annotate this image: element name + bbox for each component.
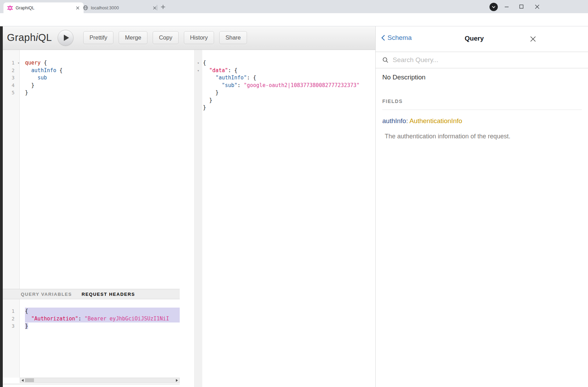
code-line: 5}	[3, 89, 180, 97]
code-line: ▾{	[194, 59, 375, 67]
fold-gutter	[16, 89, 21, 97]
request-headers-editor[interactable]: 1{2 "Authorization": "Bearer eyJhbGciOiJ…	[3, 299, 180, 378]
fold-gutter	[16, 74, 21, 82]
search-icon	[382, 57, 389, 63]
doc-section-divider	[382, 110, 582, 110]
graphql-logo-icon	[7, 5, 13, 11]
toolbar-button-copy[interactable]: Copy	[153, 31, 179, 44]
variables-headers-tab-bar: QUERY VARIABLESREQUEST HEADERS	[3, 289, 180, 299]
doc-search-row	[376, 52, 588, 68]
toolbar-button-merge[interactable]: Merge	[119, 31, 147, 44]
code-line: "authInfo": {	[194, 74, 375, 82]
fold-gutter	[194, 82, 202, 89]
toolbar-button-history[interactable]: History	[184, 31, 214, 44]
scroll-left-arrow[interactable]	[20, 378, 25, 382]
query-editor[interactable]: 1▾query {2 authInfo {3 sub4 }5}	[3, 50, 180, 289]
fold-gutter	[16, 67, 21, 75]
code-line: }	[194, 89, 375, 97]
line-number: 3	[3, 74, 16, 82]
doc-explorer-panel: Schema Query No Description FIELDS authI…	[375, 26, 588, 387]
close-icon	[530, 36, 536, 42]
window-close-button[interactable]	[532, 2, 542, 11]
doc-fields-section-title: FIELDS	[382, 98, 403, 104]
scroll-right-arrow[interactable]	[174, 378, 179, 382]
line-number: 2	[3, 315, 16, 323]
fold-gutter	[16, 315, 21, 323]
tab-request-headers[interactable]: REQUEST HEADERS	[82, 292, 135, 297]
code-line: 1{	[3, 308, 180, 315]
code-line: 2 authInfo {	[3, 67, 180, 75]
line-number: 2	[3, 67, 16, 75]
code-line: 3 sub	[3, 74, 180, 82]
fold-gutter	[16, 308, 21, 315]
fold-arrow-icon[interactable]: ▾	[194, 67, 202, 75]
tab-query-variables[interactable]: QUERY VARIABLES	[21, 292, 72, 297]
doc-field-description: The authentication information of the re…	[385, 133, 510, 140]
browser-tab-graphiql[interactable]: GraphiQL	[3, 2, 84, 13]
doc-no-description: No Description	[382, 74, 426, 81]
toolbar-button-share[interactable]: Share	[219, 31, 247, 44]
code-line: ▾ "data": {	[194, 67, 375, 75]
code-line: }	[194, 97, 375, 104]
doc-search-input[interactable]	[392, 56, 539, 64]
code-line: 2 "Authorization": "Bearer eyJhbGciOiJSU…	[3, 315, 180, 323]
globe-icon	[83, 5, 88, 10]
line-number: 5	[3, 89, 16, 97]
doc-explorer-header: Schema Query	[376, 26, 588, 52]
horizontal-scrollbar[interactable]	[20, 378, 180, 383]
fold-arrow-icon[interactable]: ▾	[16, 59, 21, 67]
browser-toolbar: localhost:3000 UO U P	[0, 13, 588, 26]
fold-gutter	[16, 322, 21, 330]
execute-query-button[interactable]	[58, 30, 74, 46]
doc-close-button[interactable]	[527, 33, 538, 44]
doc-field-type-link[interactable]: AuthenticationInfo	[409, 117, 462, 124]
fold-gutter	[194, 89, 202, 97]
fold-gutter	[194, 104, 202, 112]
window-maximize-button[interactable]	[517, 2, 526, 11]
new-tab-button[interactable]	[160, 3, 167, 10]
fold-gutter	[194, 74, 202, 82]
graphiql-toolbar: GraphiQL PrettifyMergeCopyHistoryShare	[3, 26, 375, 50]
doc-field-name-link[interactable]: authInfo	[382, 117, 406, 124]
code-line: }	[194, 104, 375, 112]
line-number: 4	[3, 82, 16, 89]
toolbar-button-group: PrettifyMergeCopyHistoryShare	[83, 31, 247, 44]
code-line: 3}	[3, 322, 180, 330]
code-line: 4 }	[3, 82, 180, 89]
browser-tab-localhost[interactable]: localhost:3000	[79, 2, 161, 13]
tab-title: localhost:3000	[91, 6, 152, 10]
fold-gutter	[16, 82, 21, 89]
code-line: "sub": "google-oauth2|108377380082777232…	[194, 82, 375, 89]
fold-gutter	[194, 97, 202, 104]
line-number: 1	[3, 308, 16, 315]
left-edge-strip	[0, 26, 3, 387]
doc-explorer-title: Query	[376, 35, 573, 42]
browser-tab-strip: GraphiQL localhost:3000	[0, 0, 588, 13]
scrollbar-thumb[interactable]	[25, 378, 34, 382]
browser-window: GraphiQL localhost:3000	[0, 0, 588, 387]
tab-separator	[157, 5, 157, 10]
graphiql-logo: GraphiQL	[7, 32, 52, 43]
line-number: 3	[3, 322, 16, 330]
play-icon	[64, 35, 69, 41]
result-viewer: ▾{▾ "data": { "authInfo": { "sub": "goog…	[194, 50, 375, 189]
code-line: 1▾query {	[3, 59, 180, 67]
window-minimize-button[interactable]	[502, 2, 511, 11]
doc-field-row: authInfo: AuthenticationInfo	[382, 117, 462, 125]
downloads-chevron-button[interactable]	[489, 3, 498, 11]
line-number: 1	[3, 59, 16, 67]
editor-bottom-border	[3, 384, 180, 384]
fold-arrow-icon[interactable]: ▾	[194, 59, 202, 67]
tab-title: GraphiQL	[16, 6, 75, 10]
toolbar-button-prettify[interactable]: Prettify	[83, 31, 113, 44]
